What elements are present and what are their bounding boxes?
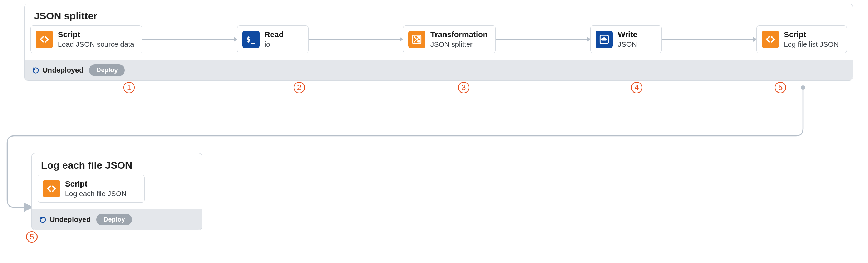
node-read-io[interactable]: $_ Read io (237, 25, 309, 53)
node-title: Script (65, 179, 127, 189)
arrow-icon (308, 39, 403, 40)
pipeline2-nodes-row: Script Log each file JSON (32, 175, 202, 209)
node-write-json[interactable]: Write JSON (590, 25, 662, 53)
pipeline-card-log-each-file[interactable]: Log each file JSON Script Log each file … (31, 153, 202, 230)
cloud-icon (596, 31, 613, 48)
node-title: Script (58, 30, 134, 39)
shuffle-icon (408, 31, 425, 48)
callout-5b: 5 (26, 231, 38, 243)
deploy-status: Undeployed (32, 66, 83, 74)
undeploy-icon (32, 66, 40, 74)
node-subtitle: JSON (618, 40, 637, 49)
status-text: Undeployed (50, 215, 90, 224)
deploy-button[interactable]: Deploy (96, 214, 132, 225)
deploy-button[interactable]: Deploy (89, 64, 125, 76)
status-text: Undeployed (43, 66, 83, 74)
node-transformation[interactable]: Transformation JSON splitter (403, 25, 496, 53)
arrow-icon (661, 39, 756, 40)
pipeline-title: JSON splitter (25, 4, 853, 25)
pipeline-footer: Undeployed Deploy (25, 60, 853, 80)
node-subtitle: Log each file JSON (65, 189, 127, 198)
node-title: Write (618, 30, 637, 39)
code-icon (762, 31, 779, 48)
node-subtitle: io (265, 40, 284, 49)
pipeline-title: Log each file JSON (32, 153, 202, 175)
callout-5: 5 (775, 82, 786, 93)
undeploy-icon (39, 216, 47, 224)
node-title: Script (784, 30, 839, 39)
node-script-log-file-list[interactable]: Script Log file list JSON (756, 25, 847, 53)
callout-4: 4 (631, 82, 642, 93)
pipeline1-nodes-row: Script Load JSON source data $_ Read io (25, 25, 853, 60)
arrow-icon (142, 39, 237, 40)
svg-text:$_: $_ (246, 35, 255, 44)
arrow-icon (495, 39, 591, 40)
node-subtitle: Log file list JSON (784, 40, 839, 49)
callout-3: 3 (458, 82, 469, 93)
terminal-icon: $_ (242, 31, 260, 48)
svg-point-0 (801, 85, 805, 90)
callout-1: 1 (123, 82, 135, 93)
pipeline-footer: Undeployed Deploy (32, 209, 202, 230)
node-subtitle: JSON splitter (430, 40, 488, 49)
pipeline-card-json-splitter[interactable]: JSON splitter Script Load JSON source da… (24, 4, 853, 81)
code-icon (36, 31, 53, 48)
node-title: Transformation (430, 30, 488, 39)
node-title: Read (265, 30, 284, 39)
callout-2: 2 (294, 82, 305, 93)
node-script-load[interactable]: Script Load JSON source data (30, 25, 142, 53)
deploy-status: Undeployed (39, 215, 90, 224)
node-script-log-each[interactable]: Script Log each file JSON (38, 175, 145, 203)
code-icon (43, 180, 60, 197)
node-subtitle: Load JSON source data (58, 40, 134, 49)
